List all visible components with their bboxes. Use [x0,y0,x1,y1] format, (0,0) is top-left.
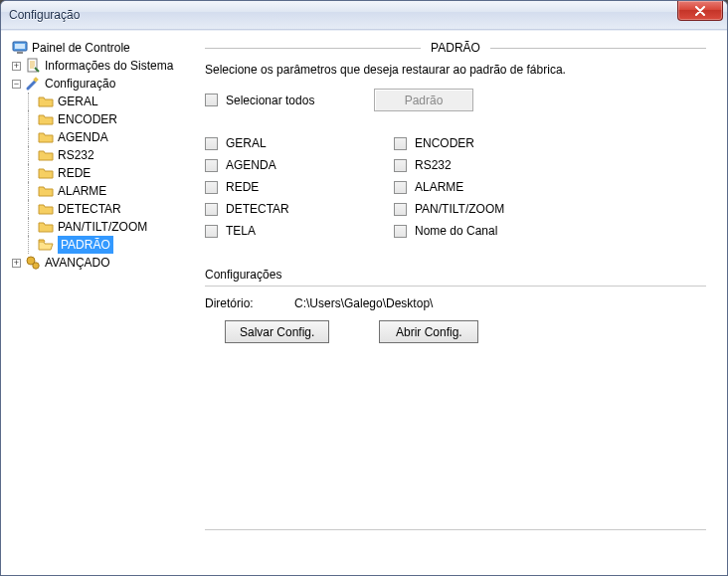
tree-config[interactable]: − Configuração [10,75,192,93]
opt-label: ENCODER [415,136,474,150]
tree-info[interactable]: + Informações do Sistema [10,57,192,75]
tree-item-encoder[interactable]: ENCODER [10,110,192,128]
svg-rect-1 [15,44,25,49]
document-icon [25,58,41,74]
main-panel: PADRÃO Selecione os parâmetros que desej… [195,35,720,568]
select-all-label: Selecionar todos [226,94,314,107]
folder-icon [38,147,54,163]
separator [205,529,706,530]
tree-item-ptz[interactable]: PAN/TILT/ZOOM [10,218,192,236]
tree-item-agenda[interactable]: AGENDA [10,128,192,146]
svg-point-6 [33,263,39,269]
close-icon [694,6,706,16]
checkbox-rs232[interactable] [394,159,407,172]
checkbox-tela[interactable] [205,225,218,238]
gears-icon [25,255,41,271]
checkbox-detectar[interactable] [205,203,218,216]
expand-icon[interactable]: + [12,62,21,71]
opt-label: DETECTAR [226,202,289,216]
opt-label: AGENDA [226,158,276,172]
open-config-button[interactable]: Abrir Config. [379,320,478,343]
checkbox-ptz[interactable] [394,203,407,216]
folder-icon [38,201,54,217]
window-close-button[interactable] [677,1,723,21]
opt-label: Nome do Canal [415,224,497,238]
opt-label: GERAL [226,136,267,150]
folder-icon [38,129,54,145]
folder-icon [38,219,54,235]
expand-icon[interactable]: + [12,259,21,268]
opt-label: REDE [226,180,259,194]
tree-advanced[interactable]: + AVANÇADO [10,254,192,272]
monitor-icon [12,40,28,56]
section-description: Selecione os parâmetros que deseja resta… [205,63,706,77]
window-title: Configuração [9,8,80,22]
checkbox-rede[interactable] [205,181,218,194]
tree-item-rede[interactable]: REDE [10,164,192,182]
checkbox-nomecanal[interactable] [394,225,407,238]
config-group-label: Configurações [205,268,706,282]
section-header: PADRÃO [205,41,706,55]
checkbox-geral[interactable] [205,137,218,150]
tree-item-padrao[interactable]: PADRÃO [10,236,192,254]
tools-icon [25,76,41,92]
opt-label: PAN/TILT/ZOOM [415,202,504,216]
checkbox-agenda[interactable] [205,159,218,172]
folder-icon [38,94,54,109]
checkbox-select-all[interactable] [205,94,218,106]
default-button[interactable]: Padrão [374,89,473,111]
section-title: PADRÃO [421,41,490,55]
checkbox-alarme[interactable] [394,181,407,194]
titlebar[interactable]: Configuração [1,1,727,30]
svg-rect-2 [17,52,23,54]
folder-icon [38,111,54,127]
opt-label: ALARME [415,180,463,194]
options-grid: GERAL ENCODER AGENDA RS232 REDE ALARME D… [205,136,706,238]
config-group: Diretório: C:\Users\Galego\Desktop\ Salv… [205,286,706,343]
tree-item-geral[interactable]: GERAL [10,93,192,110]
tree-item-rs232[interactable]: RS232 [10,146,192,164]
save-config-button[interactable]: Salvar Config. [225,320,329,343]
directory-value: C:\Users\Galego\Desktop\ [294,296,433,310]
folder-icon [38,183,54,199]
config-window: Configuração Painel de Controle + [0,0,728,576]
folder-open-icon [38,237,54,253]
opt-label: TELA [226,224,256,238]
opt-label: RS232 [415,158,452,172]
folder-icon [38,165,54,181]
directory-label: Diretório: [205,296,294,310]
tree-item-alarme[interactable]: ALARME [10,182,192,200]
tree-root[interactable]: Painel de Controle [10,39,192,57]
tree-item-detectar[interactable]: DETECTAR [10,200,192,218]
nav-tree[interactable]: Painel de Controle + Informações do Sist… [8,35,195,568]
collapse-icon[interactable]: − [12,80,21,89]
checkbox-encoder[interactable] [394,137,407,150]
